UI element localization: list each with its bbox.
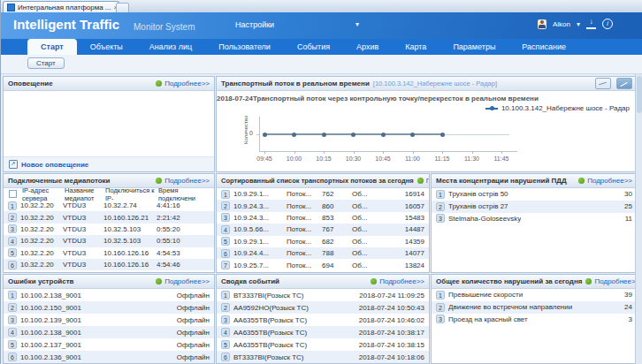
- table-row[interactable]: 110.100.2.138_9001Оффлайн: [4, 289, 214, 301]
- table-row[interactable]: 4АА6355ТВ(Розыск ТС)2018-07-24 10:38:17: [217, 326, 429, 338]
- table-row[interactable]: 410.32.2.20VTDU310.32.5.1030:55:10: [4, 235, 214, 246]
- area-chart-toggle-icon[interactable]: [616, 78, 632, 89]
- cell-ip: 10.9.24.3...: [233, 214, 283, 222]
- table-row[interactable]: 1Превышение скорости39: [432, 289, 637, 301]
- row-index-badge: 3: [8, 315, 17, 324]
- download-icon[interactable]: ↓: [586, 19, 596, 29]
- cell-total-label: Об...: [352, 190, 375, 198]
- x-tick-label: 10:30: [339, 155, 369, 162]
- select-all-checkbox[interactable]: [9, 190, 17, 198]
- row-value: 30: [624, 190, 632, 198]
- cell-total-value: 14077: [405, 249, 424, 257]
- subtab-row: Старт: [1, 55, 642, 74]
- table-row[interactable]: 2АА9592НО(Розыск ТС)2018-07-24 10:50:43: [217, 301, 429, 314]
- sorted-flows-more-link[interactable]: Подробнее>>: [417, 177, 430, 185]
- nav-tab-События[interactable]: События: [284, 39, 343, 55]
- cell-total-value: 16914: [405, 190, 424, 198]
- settings-dropdown[interactable]: Настройки ▾: [235, 20, 359, 29]
- data-point: [292, 133, 296, 137]
- series-line-projection: [442, 134, 509, 135]
- nav-tab-Объекты[interactable]: Объекты: [77, 39, 136, 55]
- table-row[interactable]: 510.32.2.20VTDU310.160.126.164:54:53: [4, 247, 214, 259]
- row-value: Оффлайн: [177, 292, 210, 300]
- row-value: Оффлайн: [177, 341, 210, 349]
- table-row[interactable]: 410.100.2.138_9001Оффлайн: [4, 326, 214, 338]
- cell-total-label: Об...: [352, 214, 375, 222]
- cell-total-value: 13824: [405, 262, 424, 269]
- table-row[interactable]: 6ВТ3337ВІ(Розыск ТС)2018-07-24 10:18:06: [217, 351, 429, 363]
- device-errors-more-link[interactable]: Подробнее>>: [156, 277, 210, 285]
- cell-server-ip: 10.32.2.20: [20, 249, 59, 257]
- more-icon: [156, 178, 162, 184]
- media-streams-title: Подключенные медиапотоки: [8, 177, 111, 185]
- alerts-more-link[interactable]: Подробнее>>: [156, 80, 210, 87]
- table-row[interactable]: 3АА6355ТВ(Розыск ТС)2018-07-24 10:46:02: [217, 314, 429, 326]
- row-index-badge: 1: [221, 291, 230, 300]
- table-row[interactable]: 1Труханів острів 5030: [432, 188, 637, 201]
- table-row[interactable]: 3Stelmaha-Goloseevsky11: [432, 213, 637, 225]
- table-row[interactable]: 310.9.24.3...Поток...853Об...15483: [217, 212, 429, 224]
- table-row[interactable]: 210.32.2.20VTDU310.160.126.212:21:42: [4, 211, 214, 223]
- table-row[interactable]: 510.100.2.137_9001Оффлайн: [4, 338, 214, 351]
- nav-tab-Карта[interactable]: Карта: [392, 39, 439, 55]
- table-row[interactable]: 610.100.2.136_9001Оффлайн: [4, 351, 214, 363]
- subtab-start[interactable]: Старт: [27, 57, 65, 69]
- table-row[interactable]: 710.9.25.7...Поток...694Об...13824: [217, 259, 429, 270]
- violations-total-more-link[interactable]: Подробнее>>: [585, 277, 638, 285]
- cell-stream-name: VTDU3: [63, 237, 100, 245]
- media-streams-more-link[interactable]: Подробнее>>: [156, 177, 210, 185]
- user-name[interactable]: Aikon: [553, 20, 570, 28]
- cell-total-label: Об...: [352, 262, 375, 269]
- new-alert-link[interactable]: Новое оповещение: [4, 156, 214, 171]
- x-tick-label: 10:00: [279, 155, 310, 162]
- nav-tab-Расписание[interactable]: Расписание: [508, 39, 579, 55]
- table-row[interactable]: 310.32.2.20VTDU310.32.5.1030:55:20: [4, 224, 214, 235]
- nav-tab-Параметры[interactable]: Параметры: [439, 39, 508, 55]
- row-index-badge: 3: [8, 224, 17, 233]
- new-alert-icon: [9, 160, 18, 169]
- row-index-badge: 4: [221, 328, 230, 337]
- cell-flow-value: 682: [322, 238, 348, 246]
- browser-tab[interactable]: Интегральная платформа ... ×: [3, 1, 119, 12]
- row-index-badge: 6: [8, 353, 17, 361]
- row-label: 10.100.2.138_9001: [20, 292, 81, 300]
- line-chart-toggle-icon[interactable]: [595, 78, 611, 89]
- table-row[interactable]: 5АА6355ТВ(Розыск ТС)2018-07-24 10:38:15: [217, 338, 429, 351]
- table-row[interactable]: 3Проезд на красный свет3: [432, 314, 637, 326]
- data-point: [322, 133, 326, 137]
- row-index-badge: 6: [221, 353, 230, 361]
- table-row[interactable]: 210.100.2.150_9001Оффлайн: [4, 301, 214, 314]
- user-menu-chevron-icon[interactable]: ▾: [577, 20, 580, 28]
- user-area: Aikon ▾ ↓ i: [538, 19, 613, 29]
- vertical-scrollbar[interactable]: [635, 74, 642, 364]
- table-row[interactable]: 110.9.29.1...Поток...762Об...16914: [217, 188, 429, 200]
- table-row[interactable]: 610.32.2.20VTDU310.160.126.164:54:46: [4, 259, 214, 270]
- chart-panel-source[interactable]: [10.100.3.142_Набережне шосе - Радар]: [373, 80, 497, 87]
- data-point: [351, 133, 355, 137]
- settings-label: Настройки: [235, 20, 274, 29]
- cell-ip: 10.9.24.4...: [233, 249, 283, 257]
- table-row[interactable]: 510.9.29.1...Поток...682Об...14359: [217, 236, 429, 247]
- x-tick-label: 11:00: [398, 155, 428, 162]
- nav-tab-Анализ лиц[interactable]: Анализ лиц: [136, 39, 205, 55]
- info-icon[interactable]: i: [602, 19, 613, 29]
- data-point: [263, 133, 267, 137]
- nav-tab-Старт[interactable]: Старт: [27, 39, 77, 55]
- cell-stream-name: VTDU3: [63, 225, 100, 233]
- table-row[interactable]: 1ВТ3337ВІ(Розыск ТС)2018-07-24 11:09:25: [217, 289, 429, 301]
- events-more-link[interactable]: Подробнее>>: [371, 277, 424, 285]
- table-row[interactable]: 2Труханів острів 2725: [432, 201, 637, 213]
- table-row[interactable]: 210.9.24.3...Поток...860Об...16057: [217, 200, 429, 211]
- nav-tab-Архив[interactable]: Архив: [343, 39, 392, 55]
- table-row[interactable]: 610.9.24.4...Поток...788Об...14077: [217, 247, 429, 259]
- table-row[interactable]: 110.32.2.20VTDU310.32.2.744:41:16: [4, 200, 214, 211]
- cell-target-ip: 10.160.126.16: [103, 261, 153, 269]
- table-row[interactable]: 310.100.2.139_9001Оффлайн: [4, 314, 214, 326]
- more-icon: [585, 278, 592, 284]
- table-row[interactable]: 2Движение во встречном направлении24: [432, 301, 637, 314]
- row-label: Труханів острів 27: [448, 202, 508, 210]
- violation-places-more-link[interactable]: Подробнее>>: [578, 177, 632, 185]
- table-row[interactable]: 410.9.5.66...Поток...767Об...14487: [217, 224, 429, 235]
- scrollbar-thumb[interactable]: [637, 76, 642, 113]
- nav-tab-Пользователи[interactable]: Пользователи: [205, 39, 284, 55]
